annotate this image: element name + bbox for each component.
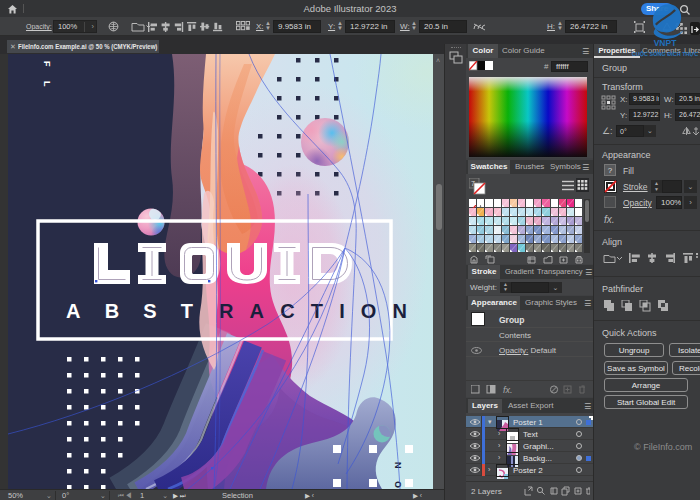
svg-text:N O: N O <box>393 462 403 489</box>
svg-text:fx.: fx. <box>503 385 513 395</box>
svg-text:CUỘC SỐNG ĐÍCH THỰC: CUỘC SỐNG ĐÍCH THỰC <box>632 50 698 57</box>
svg-text:F L: F L <box>42 61 52 93</box>
svg-text:VNPT: VNPT <box>654 38 677 48</box>
